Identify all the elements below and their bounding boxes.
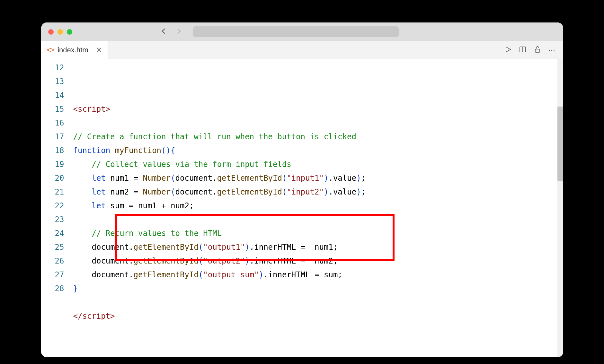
line-gutter: 1213141516171819202122232425262728	[41, 59, 69, 357]
code-line[interactable]: let num1 = Number(document.getElementByI…	[73, 171, 563, 185]
code-line[interactable]: let num2 = Number(document.getElementByI…	[73, 185, 563, 199]
scrollbar-track[interactable]	[557, 59, 563, 357]
line-number: 28	[41, 282, 64, 296]
code-line[interactable]	[73, 213, 563, 227]
address-bar[interactable]	[193, 26, 399, 37]
line-number: 18	[41, 144, 64, 158]
line-number: 21	[41, 185, 64, 199]
tab-index-html[interactable]: <> index.html ✕	[41, 41, 108, 59]
tab-bar: <> index.html ✕ ···	[41, 41, 563, 59]
code-line[interactable]: // Return values to the HTML	[73, 227, 563, 240]
line-number: 25	[41, 240, 64, 254]
line-number: 23	[41, 213, 64, 227]
close-icon[interactable]: ✕	[96, 46, 102, 54]
code-line[interactable]: document.getElementById("output_sum").in…	[73, 268, 563, 282]
code-line[interactable]: let sum = num1 + num2;	[73, 199, 563, 213]
code-line[interactable]: function myFunction(){	[73, 144, 563, 158]
svg-rect-2	[535, 49, 540, 52]
line-number: 19	[41, 158, 64, 171]
line-number: 12	[41, 61, 64, 75]
lock-icon[interactable]	[534, 46, 541, 55]
line-number: 22	[41, 199, 64, 213]
titlebar	[41, 22, 563, 41]
code-line[interactable]: </script>	[73, 309, 563, 323]
scrollbar-thumb[interactable]	[557, 107, 563, 181]
line-number: 27	[41, 268, 64, 282]
nav-arrows	[160, 27, 183, 37]
editor-actions: ···	[504, 41, 563, 59]
line-number: 24	[41, 227, 64, 240]
window-close-button[interactable]	[48, 29, 54, 35]
code-content[interactable]: <script>// Create a function that will r…	[69, 59, 563, 357]
code-line[interactable]	[73, 296, 563, 309]
code-line[interactable]: // Collect values via the form input fie…	[73, 158, 563, 171]
code-line[interactable]: <script>	[73, 102, 563, 116]
line-number: 20	[41, 171, 64, 185]
line-number: 17	[41, 130, 64, 144]
line-number: 15	[41, 102, 64, 116]
split-editor-icon[interactable]	[519, 46, 527, 55]
window-maximize-button[interactable]	[67, 29, 72, 35]
code-file-icon: <>	[47, 46, 54, 54]
nav-forward-button[interactable]	[174, 27, 183, 37]
line-number: 13	[41, 75, 64, 89]
code-line[interactable]	[73, 116, 563, 130]
editor-window: <> index.html ✕ ··· 12131415161718192021…	[41, 22, 563, 357]
nav-back-button[interactable]	[160, 27, 168, 37]
code-line[interactable]: document.getElementById("output2").inner…	[73, 254, 563, 268]
run-icon[interactable]	[504, 46, 512, 55]
code-line[interactable]: document.getElementById("output1").inner…	[73, 240, 563, 254]
traffic-lights	[48, 29, 72, 35]
code-line[interactable]: // Create a function that will run when …	[73, 130, 563, 144]
code-line[interactable]: }	[73, 282, 563, 296]
tab-label: index.html	[58, 46, 90, 54]
code-line[interactable]	[73, 89, 563, 102]
editor-area[interactable]: 1213141516171819202122232425262728 <scri…	[41, 59, 563, 357]
window-minimize-button[interactable]	[58, 29, 63, 35]
line-number: 16	[41, 116, 64, 130]
line-number: 26	[41, 254, 64, 268]
more-actions-icon[interactable]: ···	[548, 46, 555, 54]
line-number: 14	[41, 89, 64, 102]
